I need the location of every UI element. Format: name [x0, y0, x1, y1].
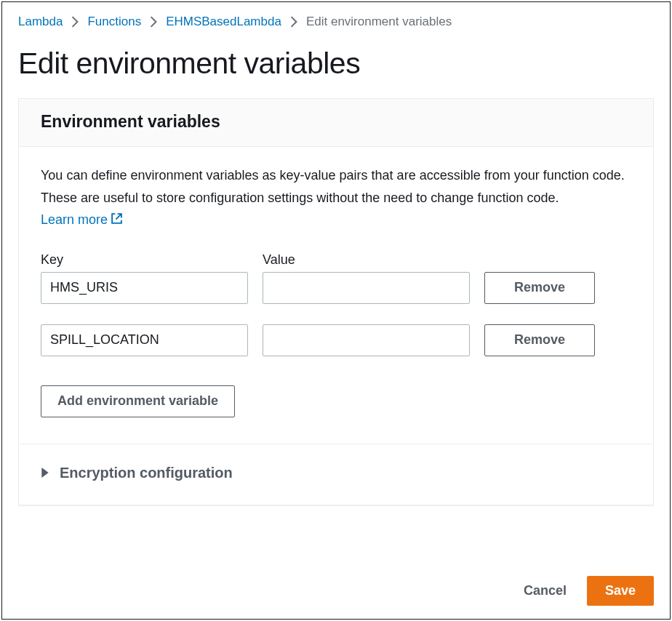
encryption-config-expander[interactable]: Encryption configuration	[41, 463, 631, 483]
panel-title: Environment variables	[41, 112, 631, 132]
save-button[interactable]: Save	[587, 576, 654, 606]
learn-more-label: Learn more	[41, 212, 108, 227]
form-column-headers: Key Value	[41, 252, 631, 268]
panel-body: You can define environment variables as …	[19, 147, 653, 505]
chevron-right-icon	[150, 16, 157, 28]
remove-button[interactable]: Remove	[484, 324, 595, 356]
remove-button[interactable]: Remove	[484, 272, 595, 304]
chevron-right-icon	[290, 16, 297, 28]
breadcrumb: Lambda Functions EHMSBasedLambda Edit en…	[18, 15, 654, 29]
env-key-input[interactable]	[41, 272, 248, 304]
value-column-label: Value	[263, 252, 470, 268]
page-container: Lambda Functions EHMSBasedLambda Edit en…	[1, 1, 671, 620]
learn-more-link[interactable]: Learn more	[41, 212, 123, 227]
external-link-icon	[111, 209, 123, 232]
env-key-input[interactable]	[41, 324, 248, 356]
chevron-right-icon	[71, 16, 79, 28]
footer-actions: Cancel Save	[518, 576, 654, 606]
add-env-var-button[interactable]: Add environment variable	[41, 385, 235, 417]
cancel-button[interactable]: Cancel	[518, 576, 572, 606]
env-value-input[interactable]	[263, 324, 470, 356]
env-value-input[interactable]	[263, 272, 470, 304]
section-divider	[19, 444, 653, 444]
breadcrumb-link-functions[interactable]: Functions	[87, 15, 141, 29]
breadcrumb-current: Edit environment variables	[306, 15, 452, 29]
encryption-config-label: Encryption configuration	[60, 465, 233, 481]
breadcrumb-link-function-name[interactable]: EHMSBasedLambda	[166, 15, 281, 29]
breadcrumb-link-lambda[interactable]: Lambda	[18, 15, 63, 29]
key-column-label: Key	[41, 252, 248, 268]
page-title: Edit environment variables	[18, 47, 654, 81]
panel-description: You can define environment variables as …	[41, 164, 631, 232]
env-var-row: Remove	[41, 272, 631, 304]
description-text: You can define environment variables as …	[41, 168, 625, 205]
panel-header: Environment variables	[19, 99, 653, 147]
env-var-row: Remove	[41, 324, 631, 356]
caret-right-icon	[41, 468, 49, 478]
env-vars-panel: Environment variables You can define env…	[18, 98, 654, 505]
